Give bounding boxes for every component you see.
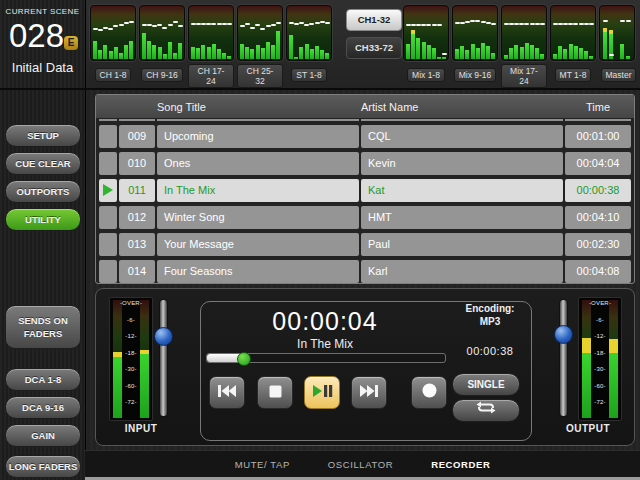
level-bar [626,56,630,59]
level-bar [455,49,459,59]
io-scale-label: -OVER- [110,300,152,306]
progress-bar[interactable] [206,353,446,363]
app-root: CURRENT SCENE 028 E Initial Data CH 1-8C… [0,0,640,480]
sidebar-button-setup[interactable]: SETUP [5,124,81,147]
single-mode-button[interactable]: SINGLE [452,373,520,396]
meter-screen [188,5,234,61]
song-row-012[interactable]: 012Winter SongHMT00:04:10 [96,206,634,229]
fader-position-mark [211,23,216,25]
level-bar [569,44,573,59]
fader-position-mark [455,22,460,24]
meter-block-label: CH 17-24 [188,64,234,88]
level-bar [168,42,172,59]
sidebar-button-gain[interactable]: GAIN [5,424,81,447]
progress-knob[interactable] [237,352,251,366]
song-time: 00:00:38 [565,179,631,202]
repeat-mode-button[interactable] [452,399,520,422]
level-bar [620,44,624,59]
sidebar-button-dca-1-8[interactable]: DCA 1-8 [5,368,81,391]
level-bar [191,47,195,59]
song-table: Song Title Artist Name Time 009UpcomingC… [95,94,635,284]
current-scene-label: CURRENT SCENE [0,7,85,16]
input-level-slider[interactable] [153,297,173,419]
fader-position-mark [524,23,529,25]
fader-position-mark [426,24,431,26]
encoding-info: Encoding: MP3 00:00:38 [448,299,532,357]
meter-block-ch-1-8: CH 1-8 [90,5,136,79]
song-row-009[interactable]: 009UpcomingCQL00:01:00 [96,125,634,148]
io-scale-label: -6- [579,317,621,323]
elapsed-time: 00:00:04 [206,307,444,336]
artist-name: HMT [361,206,563,229]
fader-position-mark [255,24,260,26]
level-bar [465,50,469,59]
io-scale-label: -12- [579,333,621,339]
tab-oscillator[interactable]: OSCILLATOR [328,459,393,470]
level-bar [196,48,200,59]
previous-icon [217,384,237,402]
output-level-slider[interactable] [553,297,573,419]
song-title: In The Mix [157,179,359,202]
previous-button[interactable] [209,376,245,409]
sidebar-button-utility[interactable]: UTILITY [5,208,81,231]
record-icon [422,383,437,402]
level-bar [266,42,270,59]
song-row-010[interactable]: 010OnesKevin00:04:04 [96,152,634,175]
level-bar [212,44,216,59]
next-button[interactable] [351,376,387,409]
song-row-014[interactable]: 014Four SeasonsKarl00:04:08 [96,260,634,283]
input-slider-knob[interactable] [154,327,173,346]
record-button[interactable] [411,376,447,409]
fader-position-mark [626,20,631,22]
play-pause-button[interactable] [304,376,340,409]
meter-block-label: Mix 9-16 [452,64,498,82]
level-bar [119,53,123,59]
io-scale-label: -30- [579,366,621,372]
io-scale-label: -18- [110,350,152,356]
sidebar-button-long-faders[interactable]: LONG FADERS [5,455,81,478]
sidebar-button-cue-clear[interactable]: CUE CLEAR [5,152,81,175]
meter-block-st-1-8: ST 1-8 [286,5,332,79]
fader-position-mark [579,23,584,25]
level-bar [563,49,567,59]
sidebar-button-outports[interactable]: OUTPORTS [5,180,81,203]
meter-block-label: Mix 17-24 [501,64,547,88]
artist-name: Kat [361,179,563,202]
sidebar-button-dca-9-16[interactable]: DCA 9-16 [5,396,81,419]
fader-position-mark [240,25,245,27]
song-row-013[interactable]: 013Your MessagePaul00:02:30 [96,233,634,256]
tab-mute-tap[interactable]: MUTE/ TAP [235,459,290,470]
fader-position-mark [475,20,480,22]
fader-position-mark [178,25,183,27]
fader-position-mark [108,28,113,30]
tab-recorder[interactable]: RECORDER [431,459,490,470]
play-indicator-cell [99,152,117,175]
meter-block-ch-25-32: CH 25-32 [237,5,283,79]
fader-position-mark [320,21,325,23]
header-artist-name: Artist Name [361,101,563,113]
fader-position-mark [196,23,201,25]
stop-button[interactable] [257,376,293,409]
song-row-011[interactable]: 011In The MixKat00:00:38 [96,179,634,202]
meter-screen [139,5,185,61]
bank-button-ch1-32[interactable]: CH1-32 [346,9,402,31]
input-label: INPUT [109,423,173,434]
fader-position-mark [289,22,294,24]
io-scale-label: -30- [110,366,152,372]
artist-name: Paul [361,233,563,256]
header-time: Time [565,101,631,113]
sidebar-button-sends-on-faders[interactable]: SENDS ON FADERS [5,305,81,349]
meter-screen [452,5,498,61]
play-indicator-cell [99,233,117,256]
meter-block-label: MT 1-8 [550,64,596,82]
meter-screen [599,5,635,61]
fader-position-mark [129,21,134,23]
level-bar [481,43,485,59]
level-bar-peak [603,28,607,32]
output-slider-knob[interactable] [554,325,573,344]
meter-block-master: Master [599,5,638,79]
play-indicator-cell [99,125,117,148]
level-bar [427,45,431,59]
io-scale-label: -12- [110,333,152,339]
bank-button-ch33-72[interactable]: CH33-72 [346,37,402,59]
